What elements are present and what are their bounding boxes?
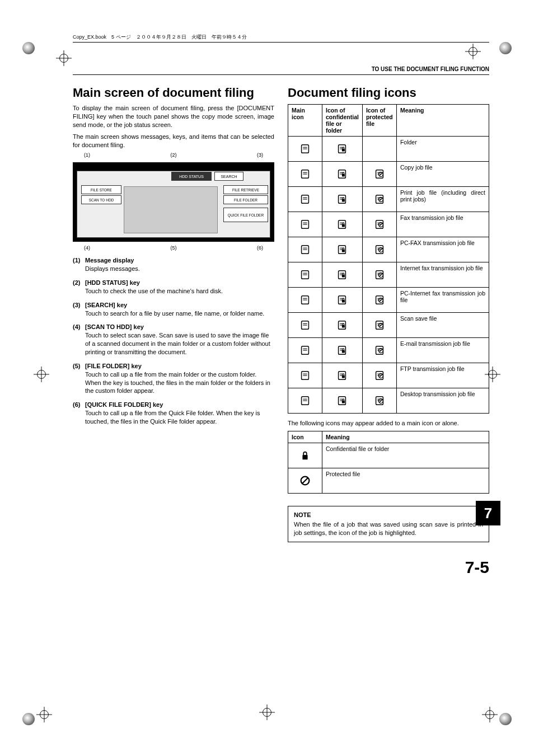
table-row: PC-Internet fax transmission job file [288, 288, 489, 313]
file-folder-button: FILE FOLDER [223, 195, 268, 204]
protected-icon-cell [362, 288, 396, 313]
th-main-icon: Main icon [288, 105, 322, 137]
key-item-2: [HDD STATUS] keyTouch to check the use o… [73, 279, 274, 295]
protected-icon-cell [362, 262, 396, 288]
table-row: Print job file (including direct print j… [288, 187, 489, 212]
table-row: Desktop transmission job file [288, 388, 489, 414]
confidential-icon-cell [322, 162, 363, 187]
th-meaning: Meaning [322, 431, 489, 443]
key-title: [QUICK FILE FOLDER] key [85, 401, 274, 409]
key-body: Touch to select scan save. Scan save is … [85, 332, 270, 355]
meaning-cell: Protected file [322, 468, 489, 494]
table-row: Copy job file [288, 162, 489, 187]
modifier-icons-table: Icon Meaning Confidential file or folder… [288, 431, 489, 494]
note-title: NOTE [294, 511, 483, 519]
main-icon-cell [288, 313, 322, 338]
key-item-5: [FILE FOLDER] keyTouch to call up a file… [73, 362, 274, 395]
diagram-bottom-callouts: (4) (5) (6) [73, 245, 274, 251]
main-icon-cell [288, 338, 322, 363]
key-item-4: [SCAN TO HDD] keyTouch to select scan sa… [73, 323, 274, 356]
scan-to-hdd-button: SCAN TO HDD [81, 195, 121, 204]
meaning-cell: PC-Internet fax transmission job file [396, 288, 489, 313]
quick-file-folder-button: QUICK FILE FOLDER [223, 208, 268, 222]
confidential-icon-cell [322, 212, 363, 237]
callout-5: (5) [171, 245, 177, 251]
touchpanel-diagram: HDD STATUS SEARCH FILE STORE SCAN TO HDD… [73, 162, 274, 242]
file-store-label: FILE STORE [81, 185, 121, 194]
confidential-icon-cell [322, 313, 363, 338]
right-section-title: Document filing icons [288, 86, 489, 100]
page-number: 7-5 [73, 558, 489, 577]
hdd-status-button: HDD STATUS [171, 172, 212, 181]
table-row: Fax transmission job file [288, 212, 489, 237]
diagram-top-callouts: (1) (2) (3) [73, 152, 274, 160]
table-row: Internet fax transmission job file [288, 262, 489, 288]
meaning-cell: Scan save file [396, 313, 489, 338]
protected-icon-cell [362, 313, 396, 338]
table-row: E-mail transmission job file [288, 338, 489, 363]
protected-icon-cell [362, 212, 396, 237]
note-body: When the file of a job that was saved us… [294, 521, 483, 536]
protected-icon-cell [362, 363, 396, 388]
key-item-3: [SEARCH] keyTouch to search for a file b… [73, 301, 274, 318]
key-body: Touch to call up a file from the main fo… [85, 371, 270, 395]
left-section-title: Main screen of document filing [73, 86, 274, 100]
protected-icon-cell [362, 187, 396, 212]
intro-paragraph-1: To display the main screen of document f… [73, 104, 274, 129]
main-icon-cell [288, 162, 322, 187]
main-icon-cell [288, 137, 322, 162]
key-title: [SCAN TO HDD] key [85, 323, 274, 331]
main-icon-cell [288, 262, 322, 288]
callout-2: (2) [171, 152, 177, 158]
key-title: Message display [85, 256, 274, 265]
key-body: Touch to check the use of the machine's … [85, 288, 223, 294]
after-table-text: The following icons may appear added to … [288, 419, 489, 428]
key-title: [HDD STATUS] key [85, 279, 274, 287]
meaning-cell: Folder [396, 137, 489, 162]
callout-3: (3) [257, 152, 263, 158]
callout-1: (1) [84, 152, 90, 158]
key-item-6: [QUICK FILE FOLDER] keyTouch to call up … [73, 401, 274, 426]
key-body: Touch to search for a file by user name,… [85, 310, 264, 317]
confidential-icon-cell [322, 388, 363, 414]
callout-6: (6) [257, 245, 263, 251]
divider [73, 74, 489, 75]
main-icon-cell [288, 187, 322, 212]
meaning-cell: Copy job file [396, 162, 489, 187]
th-protected: Icon of protected file [362, 105, 396, 137]
key-body: Touch to call up a file from the Quick F… [85, 410, 260, 425]
table-row: PC-FAX transmission job file [288, 237, 489, 262]
th-meaning: Meaning [396, 105, 489, 137]
confidential-icon-cell [322, 137, 363, 162]
table-row: Scan save file [288, 313, 489, 338]
main-icon-cell [288, 388, 322, 414]
callout-4: (4) [84, 245, 90, 251]
meaning-cell: Internet fax transmission job file [396, 262, 489, 288]
table-row: Confidential file or folder [288, 443, 489, 468]
book-info-text: Copy_EX.book 5 ページ ２００４年９月２８日 火曜日 午前９時５４… [73, 34, 247, 40]
meaning-cell: Print job file (including direct print j… [396, 187, 489, 212]
meaning-cell: Confidential file or folder [322, 443, 489, 468]
protected-icon-cell [362, 237, 396, 262]
modifier-icon-cell [288, 443, 322, 468]
key-item-1: Message displayDisplays messages. [73, 256, 274, 273]
key-body: Displays messages. [85, 265, 140, 272]
icons-table: Main icon Icon of confidential file or f… [288, 104, 489, 414]
note-box: NOTE When the file of a job that was sav… [288, 506, 489, 542]
protected-icon-cell [362, 388, 396, 414]
th-icon: Icon [288, 431, 322, 443]
protected-icon-cell [362, 162, 396, 187]
table-row: Folder [288, 137, 489, 162]
main-icon-cell [288, 363, 322, 388]
search-button: SEARCH [214, 172, 243, 181]
main-icon-cell [288, 288, 322, 313]
table-row: Protected file [288, 468, 489, 494]
main-icon-cell [288, 212, 322, 237]
table-row: FTP transmission job file [288, 363, 489, 388]
printer-illustration [124, 186, 218, 233]
key-title: [FILE FOLDER] key [85, 362, 274, 370]
confidential-icon-cell [322, 237, 363, 262]
confidential-icon-cell [322, 363, 363, 388]
protected-icon-cell [362, 137, 396, 162]
meaning-cell: E-mail transmission job file [396, 338, 489, 363]
